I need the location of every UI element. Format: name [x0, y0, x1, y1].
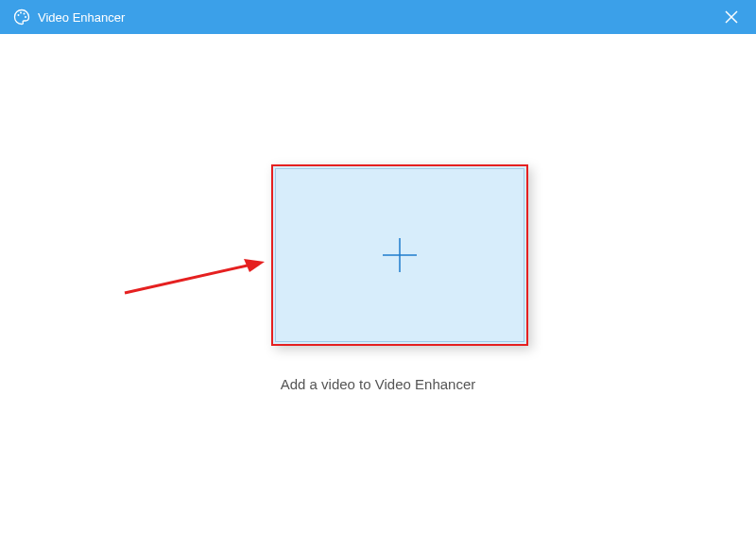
plus-icon	[377, 232, 422, 278]
close-icon	[724, 9, 739, 25]
palette-icon	[13, 9, 30, 26]
main-content: Add a video to Video Enhancer	[0, 34, 756, 549]
dropzone-wrapper	[271, 164, 528, 346]
arrow-annotation	[121, 255, 267, 297]
svg-point-2	[24, 13, 26, 15]
svg-line-8	[125, 265, 251, 293]
close-button[interactable]	[720, 6, 743, 28]
titlebar: Video Enhancer	[0, 0, 756, 34]
svg-point-0	[18, 14, 20, 16]
svg-point-1	[20, 12, 22, 14]
svg-point-3	[25, 16, 26, 18]
app-title: Video Enhancer	[38, 10, 125, 25]
instruction-text: Add a video to Video Enhancer	[0, 376, 756, 392]
svg-marker-9	[244, 259, 265, 272]
add-video-dropzone[interactable]	[271, 164, 528, 346]
